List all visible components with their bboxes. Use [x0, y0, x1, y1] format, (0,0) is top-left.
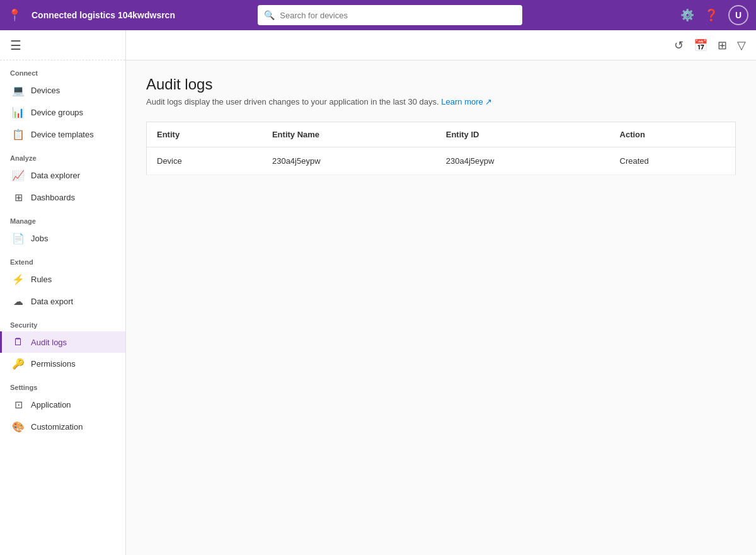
main-layout: ☰ Connect 💻 Devices 📊 Device groups 📋 De… [0, 30, 756, 555]
sidebar-item-device-templates[interactable]: 📋 Device templates [0, 123, 125, 146]
calendar-button[interactable]: 📅 [694, 38, 707, 52]
section-label-analyze: Analyze [0, 146, 125, 164]
app-logo-icon: 📍 [8, 8, 21, 22]
sidebar-item-data-explorer[interactable]: 📈 Data explorer [0, 164, 125, 186]
sidebar-item-permissions[interactable]: 🔑 Permissions [0, 353, 125, 375]
rules-icon: ⚡ [12, 273, 25, 285]
search-input[interactable] [280, 11, 516, 20]
content-toolbar: ↺ 📅 ⊞ ▽ [126, 30, 756, 60]
sidebar-item-label-dashboards: Dashboards [31, 193, 75, 202]
page-title: Audit logs [146, 76, 736, 93]
sidebar-item-label-audit-logs: Audit logs [31, 338, 67, 347]
jobs-icon: 📄 [12, 232, 25, 244]
section-label-manage: Manage [0, 209, 125, 227]
audit-icon: 🗒 [12, 336, 25, 348]
group-icon: 📊 [12, 106, 25, 118]
sidebar: ☰ Connect 💻 Devices 📊 Device groups 📋 De… [0, 30, 126, 555]
refresh-button[interactable]: ↺ [674, 38, 684, 52]
hamburger-button[interactable]: ☰ [10, 38, 21, 53]
column-header-entity-name: Entity Name [262, 122, 436, 147]
settings-button[interactable]: ⚙️ [680, 9, 694, 21]
sidebar-item-label-devices: Devices [31, 86, 60, 95]
template-icon: 📋 [12, 129, 25, 140]
sidebar-item-label-application: Application [31, 400, 71, 409]
cell-entity: Device [147, 147, 262, 175]
sidebar-item-dashboards[interactable]: ⊞ Dashboards [0, 186, 125, 209]
sidebar-item-device-groups[interactable]: 📊 Device groups [0, 101, 125, 123]
sidebar-item-label-device-templates: Device templates [31, 130, 94, 139]
section-label-settings: Settings [0, 375, 125, 394]
columns-button[interactable]: ⊞ [718, 38, 727, 52]
sidebar-item-data-export[interactable]: ☁ Data export [0, 290, 125, 312]
section-label-connect: Connect [0, 60, 125, 79]
device-icon: 💻 [12, 84, 25, 96]
sidebar-header: ☰ [0, 30, 125, 60]
filter-button[interactable]: ▽ [737, 38, 746, 52]
sidebar-item-devices[interactable]: 💻 Devices [0, 79, 125, 101]
column-header-entity-id: Entity ID [436, 122, 610, 147]
avatar[interactable]: U [728, 5, 748, 25]
sidebar-item-label-data-explorer: Data explorer [31, 171, 80, 180]
application-icon: ⊡ [12, 399, 25, 411]
content-area: ↺ 📅 ⊞ ▽ Audit logs Audit logs display th… [126, 30, 756, 555]
section-label-extend: Extend [0, 249, 125, 268]
content-body: Audit logs Audit logs display the user d… [126, 60, 756, 555]
export-icon: ☁ [12, 295, 25, 307]
sidebar-item-audit-logs[interactable]: 🗒 Audit logs [0, 331, 125, 353]
audit-logs-table: Entity Entity Name Entity ID Action Devi… [146, 122, 736, 175]
search-bar[interactable]: 🔍 [258, 5, 522, 25]
sidebar-item-label-customization: Customization [31, 422, 83, 432]
cell-action: Created [610, 147, 736, 175]
customization-icon: 🎨 [12, 421, 25, 433]
table-header-row: Entity Entity Name Entity ID Action [147, 122, 736, 147]
sidebar-item-rules[interactable]: ⚡ Rules [0, 268, 125, 290]
table-row[interactable]: Device 230a4j5eypw 230a4j5eypw Created [147, 147, 736, 175]
section-label-security: Security [0, 312, 125, 331]
dashboard-icon: ⊞ [12, 192, 25, 203]
cell-entity-name: 230a4j5eypw [262, 147, 436, 175]
sidebar-item-label-jobs: Jobs [31, 234, 48, 243]
chart-icon: 📈 [12, 169, 25, 181]
page-subtitle: Audit logs display the user driven chang… [146, 97, 736, 106]
column-header-entity: Entity [147, 122, 262, 147]
help-button[interactable]: ❓ [704, 9, 718, 21]
column-header-action: Action [610, 122, 736, 147]
sidebar-item-label-rules: Rules [31, 275, 52, 284]
search-icon: 🔍 [264, 10, 275, 20]
sidebar-item-jobs[interactable]: 📄 Jobs [0, 227, 125, 249]
sidebar-item-label-permissions: Permissions [31, 359, 76, 369]
topbar-actions: ⚙️ ❓ U [680, 5, 748, 25]
cell-entity-id: 230a4j5eypw [436, 147, 610, 175]
sidebar-item-label-device-groups: Device groups [31, 108, 83, 117]
sidebar-item-customization[interactable]: 🎨 Customization [0, 416, 125, 438]
sidebar-item-label-data-export: Data export [31, 297, 73, 306]
learn-more-link[interactable]: Learn more ↗ [441, 97, 492, 106]
permissions-icon: 🔑 [12, 358, 25, 370]
app-title: Connected logistics 104kwdwsrcn [32, 10, 175, 20]
topbar: 📍 Connected logistics 104kwdwsrcn 🔍 ⚙️ ❓… [0, 0, 756, 30]
sidebar-item-application[interactable]: ⊡ Application [0, 394, 125, 416]
